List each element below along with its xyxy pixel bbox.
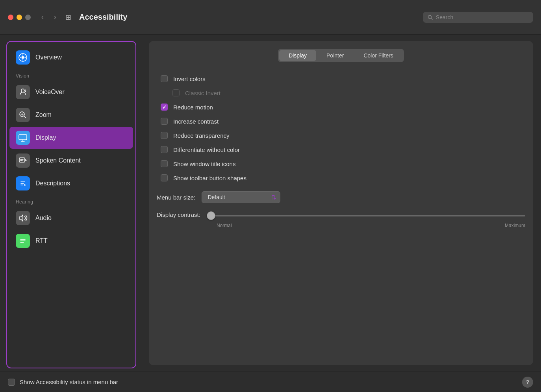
voiceover-icon [16, 85, 30, 99]
setting-row-differentiate-color: Differentiate without color [161, 142, 521, 157]
svg-point-4 [21, 89, 24, 92]
bottom-left: Show Accessibility status in menu bar [8, 379, 118, 386]
forward-button[interactable]: › [50, 12, 61, 23]
tab-pointer[interactable]: Pointer [317, 50, 353, 61]
sidebar-item-spoken[interactable]: Spoken Content [9, 150, 133, 172]
slider-labels: Normal Maximum [217, 221, 525, 230]
reduce-transparency-checkbox[interactable] [161, 132, 168, 139]
window-title: Accessibility [79, 13, 423, 22]
nav-buttons: ‹ › [37, 12, 61, 23]
menu-bar-size-select[interactable]: Default Large [202, 191, 280, 203]
search-icon [428, 15, 433, 20]
close-button[interactable] [8, 15, 13, 20]
toolbar-shapes-checkbox[interactable] [161, 174, 168, 181]
minimize-button[interactable] [17, 15, 22, 20]
reduce-motion-checkbox[interactable]: ✓ [161, 104, 168, 111]
svg-line-6 [24, 116, 26, 118]
slider-container [207, 211, 525, 218]
increase-contrast-checkbox[interactable] [161, 118, 168, 125]
bottom-bar: Show Accessibility status in menu bar ? [0, 372, 541, 392]
tab-group: Display Pointer Color Filters [278, 49, 404, 62]
differentiate-color-label: Differentiate without color [173, 146, 240, 153]
maximize-button[interactable] [25, 15, 31, 20]
setting-row-window-title-icons: Show window title icons [161, 157, 521, 171]
content-area: Display Pointer Color Filters Invert col… [141, 35, 541, 372]
app-grid-icon[interactable]: ⊞ [65, 13, 71, 22]
overview-icon [16, 50, 30, 65]
vision-section-label: Vision [7, 69, 135, 80]
voiceover-label: VoiceOver [35, 89, 65, 96]
sidebar-item-audio[interactable]: Audio [9, 207, 133, 229]
sidebar: Overview Vision VoiceOver [6, 41, 136, 368]
increase-contrast-label: Increase contrast [173, 118, 219, 125]
window-title-icons-label: Show window title icons [173, 161, 235, 167]
search-box [423, 12, 533, 23]
help-button[interactable]: ? [522, 377, 533, 388]
spoken-icon [16, 153, 30, 168]
main-layout: Overview Vision VoiceOver [0, 35, 541, 372]
back-button[interactable]: ‹ [37, 12, 48, 23]
search-input[interactable] [436, 14, 528, 20]
audio-icon [16, 211, 30, 225]
settings-list: Invert colors Classic Invert ✓ Reduce mo… [157, 72, 525, 185]
svg-rect-10 [19, 158, 25, 162]
setting-row-reduce-transparency: Reduce transparency [161, 128, 521, 142]
zoom-icon [16, 108, 30, 122]
invert-colors-label: Invert colors [173, 76, 206, 82]
traffic-lights [8, 15, 31, 20]
display-label: Display [35, 134, 56, 141]
rtt-label: RTT [35, 237, 48, 244]
contrast-slider[interactable] [207, 215, 525, 216]
spoken-label: Spoken Content [35, 157, 81, 164]
setting-row-reduce-motion: ✓ Reduce motion [161, 100, 521, 114]
descriptions-icon [16, 176, 30, 190]
sidebar-item-rtt[interactable]: RTT [9, 230, 133, 252]
menu-bar-size-row: Menu bar size: Default Large ⇅ [157, 185, 525, 206]
tab-color-filters[interactable]: Color Filters [354, 50, 402, 61]
svg-rect-7 [19, 135, 27, 140]
checkmark-icon: ✓ [162, 105, 167, 110]
sidebar-item-overview[interactable]: Overview [9, 46, 133, 68]
window-title-icons-checkbox[interactable] [161, 160, 168, 167]
classic-invert-label: Classic Invert [185, 90, 220, 96]
descriptions-label: Descriptions [35, 180, 70, 187]
tabs-container: Display Pointer Color Filters [157, 49, 525, 62]
differentiate-color-checkbox[interactable] [161, 146, 168, 153]
reduce-motion-label: Reduce motion [173, 104, 213, 111]
zoom-label: Zoom [35, 111, 52, 118]
slider-maximum-label: Maximum [505, 223, 525, 228]
tab-display[interactable]: Display [279, 50, 316, 61]
svg-line-1 [431, 18, 432, 19]
rtt-icon [16, 234, 30, 248]
setting-row-classic-invert: Classic Invert [161, 86, 521, 100]
reduce-transparency-label: Reduce transparency [173, 132, 230, 139]
audio-label: Audio [35, 214, 52, 222]
menu-bar-select-wrapper: Default Large ⇅ [202, 191, 280, 203]
menu-bar-status-checkbox[interactable] [8, 379, 15, 386]
menu-bar-size-label: Menu bar size: [157, 194, 195, 201]
sidebar-item-voiceover[interactable]: VoiceOver [9, 81, 133, 103]
setting-row-invert-colors: Invert colors [161, 72, 521, 86]
content-panel: Display Pointer Color Filters Invert col… [149, 41, 533, 365]
setting-row-increase-contrast: Increase contrast [161, 114, 521, 128]
menu-bar-status-label: Show Accessibility status in menu bar [20, 379, 118, 385]
toolbar-shapes-label: Show toolbar button shapes [173, 175, 246, 181]
svg-point-3 [22, 56, 24, 59]
sidebar-item-zoom[interactable]: Zoom [9, 104, 133, 126]
classic-invert-checkbox[interactable] [172, 89, 180, 96]
display-icon [16, 131, 30, 145]
sidebar-item-descriptions[interactable]: Descriptions [9, 172, 133, 194]
invert-colors-checkbox[interactable] [161, 75, 168, 82]
contrast-label: Display contrast: [157, 211, 200, 218]
overview-label: Overview [35, 54, 62, 61]
slider-normal-label: Normal [217, 223, 232, 228]
contrast-row: Display contrast: Normal Maximum [157, 206, 525, 233]
hearing-section-label: Hearing [7, 195, 135, 206]
sidebar-item-display[interactable]: Display [9, 127, 133, 149]
setting-row-toolbar-shapes: Show toolbar button shapes [161, 171, 521, 185]
contrast-label-row: Display contrast: [157, 211, 525, 218]
titlebar: ‹ › ⊞ Accessibility [0, 0, 541, 35]
